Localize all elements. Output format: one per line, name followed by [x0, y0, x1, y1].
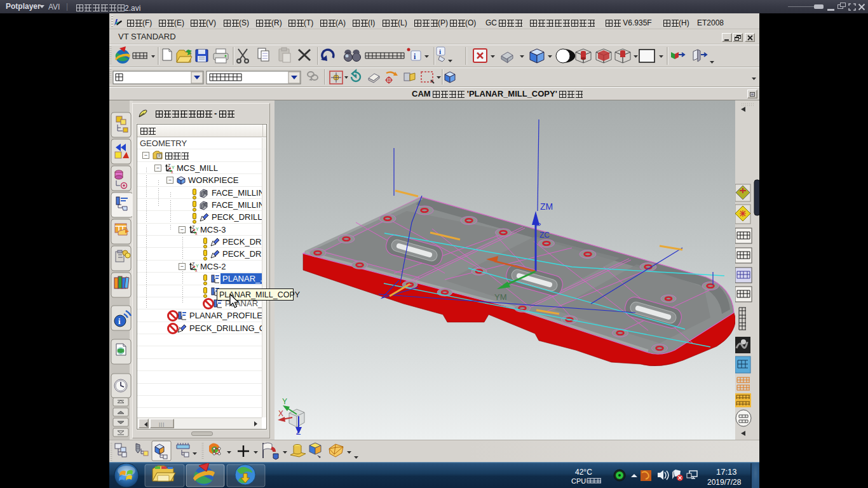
svg-text:x: x: [195, 268, 198, 272]
svg-text:Z: Z: [168, 163, 171, 168]
svg-text:17:13: 17:13: [716, 467, 737, 477]
svg-text:CPU: CPU: [571, 477, 586, 485]
svg-text:ZC: ZC: [539, 231, 550, 240]
svg-text:Y: Y: [196, 264, 199, 268]
svg-text:Y: Y: [282, 397, 287, 406]
svg-text:Z: Z: [192, 225, 195, 229]
svg-text:Z: Z: [296, 428, 301, 437]
svg-text:42°C: 42°C: [575, 468, 592, 477]
svg-text:i: i: [118, 316, 121, 326]
svg-text:Z: Z: [192, 262, 195, 266]
svg-text:x: x: [171, 170, 173, 173]
svg-text:ZM: ZM: [540, 201, 553, 212]
svg-text:x: x: [195, 231, 198, 235]
svg-text:2019/7/28: 2019/7/28: [707, 478, 742, 487]
svg-text:Y: Y: [196, 227, 199, 231]
svg-text:Y: Y: [172, 165, 175, 170]
svg-text:YM: YM: [494, 292, 507, 302]
svg-text:X: X: [278, 409, 283, 418]
svg-text:i: i: [439, 48, 441, 55]
